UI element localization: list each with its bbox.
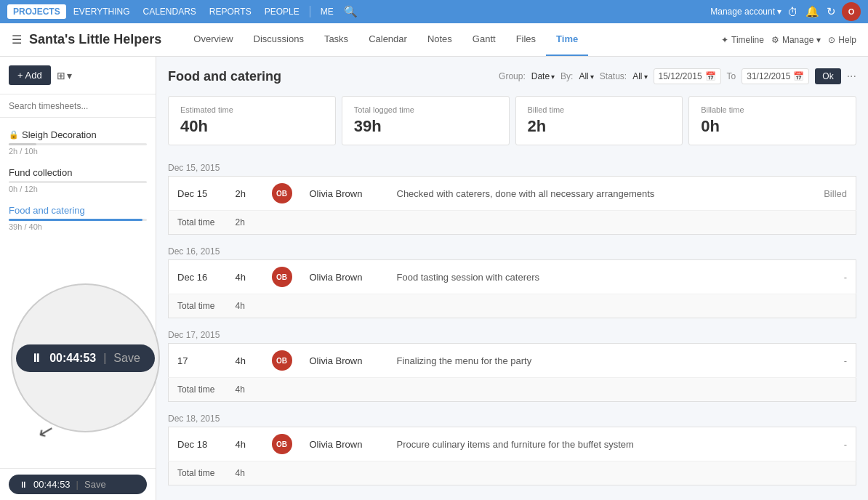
by-select[interactable]: All ▾ (579, 71, 593, 81)
total-time: 4h (227, 294, 263, 318)
time-table: Dec 15 2h OB Olivia Brown Checked with c… (168, 176, 856, 235)
date-section-dec16: Dec 16, 2015 Dec 16 4h OB Olivia Brown F… (168, 241, 856, 318)
total-time: 4h (227, 461, 263, 485)
stat-value: 0h (701, 117, 844, 136)
ok-button[interactable]: Ok (815, 68, 840, 84)
nav-reports[interactable]: REPORTS (204, 4, 257, 19)
search-input[interactable] (9, 101, 147, 111)
date-header: Dec 16, 2015 (168, 241, 856, 259)
time-table: Dec 16 4h OB Olivia Brown Food tasting s… (168, 259, 856, 318)
stat-label: Billed time (528, 105, 671, 114)
date-section-dec18: Dec 18, 2015 Dec 18 4h OB Olivia Brown P… (168, 408, 856, 485)
sidebar-item-food[interactable]: Food and catering 39h / 40h (0, 199, 156, 237)
sidebar-item-sleigh[interactable]: 🔒 Sleigh Decoration 2h / 10h (0, 124, 156, 161)
entry-description: Food tasting session with caterers (388, 260, 805, 294)
history-icon[interactable]: ⏱ (787, 6, 798, 18)
tab-calendar[interactable]: Calendar (358, 23, 417, 56)
entry-description: Finalizing the menu for the party (388, 344, 805, 378)
nav-me[interactable]: ME (315, 4, 339, 19)
nav-everything[interactable]: EVERYTHING (68, 4, 136, 19)
pause-icon: ⏸ (31, 352, 42, 365)
nav-people[interactable]: PEOPLE (259, 4, 305, 19)
date-from-input[interactable]: 15/12/2015 📅 (654, 68, 721, 84)
progress-bar-fill (9, 143, 36, 145)
avatar: OB (272, 350, 292, 371)
entry-user: Olivia Brown (301, 344, 388, 378)
total-row: Total time 2h (169, 211, 856, 235)
timer-time-display: 00:44:53 (49, 352, 96, 365)
status-select[interactable]: All ▾ (632, 71, 647, 81)
time-table: Dec 18 4h OB Olivia Brown Procure culina… (168, 427, 856, 485)
project-title: Santa's Little Helpers (29, 32, 161, 47)
tabs-bar: Overview Discussions Tasks Calendar Note… (183, 23, 721, 56)
nav-calendars[interactable]: CALENDARS (137, 4, 201, 19)
caret-down-icon: ▾ (551, 73, 555, 81)
stat-label: Billable time (701, 105, 844, 114)
time-table: 17 4h OB Olivia Brown Finalizing the men… (168, 343, 856, 402)
tab-time[interactable]: Time (546, 23, 588, 56)
entry-user: Olivia Brown (301, 177, 388, 211)
timer-overlay: ⏸ 00:44:53 | Save ↙ (11, 283, 160, 456)
date-header: Dec 15, 2015 (168, 157, 856, 176)
sidebar-item-fund[interactable]: Fund collection 0h / 12h (0, 161, 156, 199)
caret-down-icon: ▾ (644, 73, 648, 81)
date-section-dec17: Dec 17, 2015 17 4h OB Olivia Brown Final… (168, 324, 856, 402)
tab-gantt[interactable]: Gantt (462, 23, 506, 56)
sidebar-add-area: + Add ⊞ ▾ (0, 57, 156, 94)
divider: | (76, 479, 79, 490)
entry-description: Procure culinary items and furniture for… (388, 427, 805, 461)
table-row: Dec 18 4h OB Olivia Brown Procure culina… (169, 427, 856, 461)
total-label: Total time (169, 294, 227, 318)
timer-bottom-pill[interactable]: ⏸ 00:44:53 | Save (9, 475, 147, 494)
entry-time: 4h (227, 260, 263, 294)
bell-icon[interactable]: 🔔 (805, 5, 819, 18)
caret-down-icon: ▾ (590, 73, 594, 81)
avatar: OB (272, 434, 292, 454)
total-row: Total time 4h (169, 378, 856, 402)
date-to-input[interactable]: 31/12/2015 📅 (742, 68, 809, 84)
stat-card-billed: Billed time 2h (515, 96, 683, 145)
timer-circle: ⏸ 00:44:53 | Save (11, 283, 160, 432)
search-box (0, 94, 156, 118)
help-circle-icon: ⊙ (828, 35, 835, 45)
tab-tasks[interactable]: Tasks (314, 23, 358, 56)
group-label: Group: (499, 71, 526, 81)
entry-date: Dec 15 (169, 177, 227, 211)
gear-icon: ⚙ (771, 35, 779, 45)
add-button[interactable]: + Add (9, 65, 51, 85)
nav-separator (310, 6, 310, 17)
date-header: Dec 17, 2015 (168, 324, 856, 343)
hamburger-menu[interactable]: ☰ (12, 33, 22, 47)
tab-overview[interactable]: Overview (183, 23, 243, 56)
manage-button[interactable]: ⚙ Manage ▾ (771, 35, 821, 45)
entry-status: - (805, 344, 856, 378)
divider: | (103, 352, 106, 365)
timeline-button[interactable]: ✦ Timeline (721, 35, 764, 45)
stat-value: 2h (528, 117, 671, 136)
progress-bar-food (9, 219, 147, 221)
stat-card-logged: Total logged time 39h (342, 96, 510, 145)
content-header: Food and catering Group: Date ▾ By: All … (168, 68, 856, 84)
pause-icon: ⏸ (19, 480, 28, 490)
stat-value: 40h (180, 117, 324, 136)
group-select[interactable]: Date ▾ (531, 71, 555, 81)
manage-account-btn[interactable]: Manage account ▾ (710, 7, 781, 17)
tab-discussions[interactable]: Discussions (244, 23, 314, 56)
refresh-icon[interactable]: ↻ (827, 5, 836, 18)
tab-files[interactable]: Files (506, 23, 546, 56)
more-options-button[interactable]: ··· (847, 70, 856, 83)
progress-bar-sleigh (9, 143, 147, 145)
timer-pill[interactable]: ⏸ 00:44:53 | Save (16, 344, 155, 372)
nav-projects[interactable]: PROJECTS (7, 4, 66, 19)
entry-time: 4h (227, 344, 263, 378)
entry-avatar-cell: OB (263, 260, 301, 294)
timer-display-bottom: 00:44:53 (33, 479, 71, 490)
tab-notes[interactable]: Notes (417, 23, 462, 56)
stat-cards: Estimated time 40h Total logged time 39h… (168, 96, 856, 145)
stat-value: 39h (354, 117, 497, 136)
entry-date: Dec 18 (169, 427, 227, 461)
user-avatar[interactable]: O (842, 2, 861, 21)
help-button[interactable]: ⊙ Help (828, 35, 856, 45)
view-toggle-button[interactable]: ⊞ ▾ (57, 70, 72, 81)
search-icon[interactable]: 🔍 (344, 5, 358, 18)
